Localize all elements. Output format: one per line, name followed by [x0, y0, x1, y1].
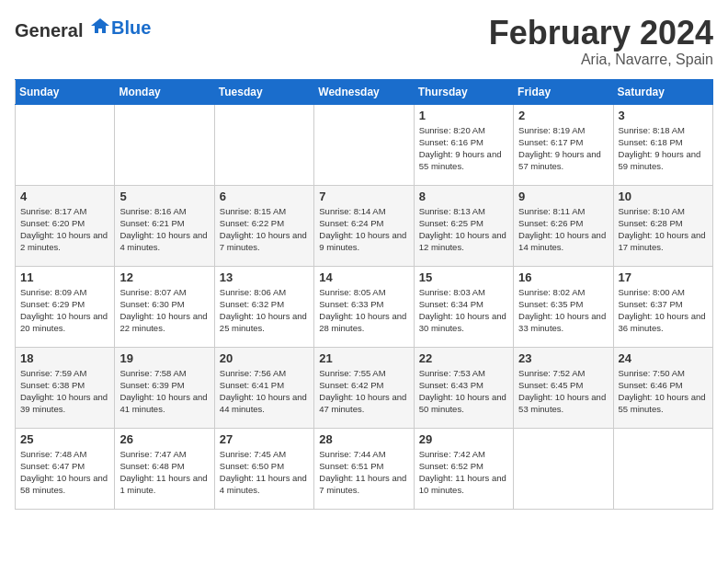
day-info: Sunrise: 8:17 AM Sunset: 6:20 PM Dayligh…: [20, 205, 109, 254]
day-info: Sunrise: 8:13 AM Sunset: 6:25 PM Dayligh…: [419, 205, 508, 254]
calendar-cell: 11Sunrise: 8:09 AM Sunset: 6:29 PM Dayli…: [16, 266, 115, 347]
calendar-cell: 9Sunrise: 8:11 AM Sunset: 6:26 PM Daylig…: [514, 185, 613, 266]
calendar-cell: [16, 104, 115, 185]
logo-icon: [89, 15, 111, 37]
page-header: General Blue February 2024 Aria, Navarre…: [15, 15, 713, 68]
day-number: 24: [619, 351, 708, 365]
day-number: 27: [220, 432, 309, 446]
calendar-week-row: 4Sunrise: 8:17 AM Sunset: 6:20 PM Daylig…: [16, 185, 713, 266]
day-info: Sunrise: 7:50 AM Sunset: 6:46 PM Dayligh…: [619, 367, 708, 416]
calendar-header-row: SundayMondayTuesdayWednesdayThursdayFrid…: [16, 79, 713, 104]
calendar-cell: 21Sunrise: 7:55 AM Sunset: 6:42 PM Dayli…: [314, 347, 414, 428]
day-number: 19: [119, 351, 209, 365]
calendar-cell: 14Sunrise: 8:05 AM Sunset: 6:33 PM Dayli…: [314, 266, 414, 347]
day-info: Sunrise: 8:00 AM Sunset: 6:37 PM Dayligh…: [619, 286, 708, 335]
day-info: Sunrise: 8:09 AM Sunset: 6:29 PM Dayligh…: [20, 286, 109, 335]
day-info: Sunrise: 7:44 AM Sunset: 6:51 PM Dayligh…: [319, 448, 408, 497]
header-day-thursday: Thursday: [414, 79, 513, 104]
calendar-cell: 2Sunrise: 8:19 AM Sunset: 6:17 PM Daylig…: [514, 104, 613, 185]
calendar-cell: 18Sunrise: 7:59 AM Sunset: 6:38 PM Dayli…: [16, 347, 115, 428]
day-number: 26: [119, 432, 209, 446]
day-info: Sunrise: 8:05 AM Sunset: 6:33 PM Dayligh…: [319, 286, 408, 335]
header-day-friday: Friday: [514, 79, 613, 104]
month-year-title: February 2024: [489, 15, 713, 52]
day-info: Sunrise: 8:10 AM Sunset: 6:28 PM Dayligh…: [619, 205, 708, 254]
calendar-cell: 4Sunrise: 8:17 AM Sunset: 6:20 PM Daylig…: [16, 185, 115, 266]
logo: General Blue: [15, 15, 151, 41]
calendar-cell: 13Sunrise: 8:06 AM Sunset: 6:32 PM Dayli…: [214, 266, 313, 347]
day-info: Sunrise: 8:19 AM Sunset: 6:17 PM Dayligh…: [518, 124, 608, 173]
calendar-week-row: 1Sunrise: 8:20 AM Sunset: 6:16 PM Daylig…: [16, 104, 713, 185]
day-number: 13: [220, 270, 309, 284]
day-info: Sunrise: 8:14 AM Sunset: 6:24 PM Dayligh…: [319, 205, 408, 254]
calendar-cell: 23Sunrise: 7:52 AM Sunset: 6:45 PM Dayli…: [514, 347, 613, 428]
day-number: 29: [419, 432, 508, 446]
calendar-week-row: 18Sunrise: 7:59 AM Sunset: 6:38 PM Dayli…: [16, 347, 713, 428]
day-number: 21: [319, 351, 408, 365]
calendar-cell: 3Sunrise: 8:18 AM Sunset: 6:18 PM Daylig…: [613, 104, 712, 185]
day-number: 11: [20, 270, 109, 284]
calendar-cell: 26Sunrise: 7:47 AM Sunset: 6:48 PM Dayli…: [115, 428, 214, 509]
day-number: 1: [419, 109, 508, 122]
day-number: 16: [518, 270, 608, 284]
calendar-cell: 10Sunrise: 8:10 AM Sunset: 6:28 PM Dayli…: [613, 185, 712, 266]
calendar-cell: 28Sunrise: 7:44 AM Sunset: 6:51 PM Dayli…: [314, 428, 414, 509]
title-area: February 2024 Aria, Navarre, Spain: [489, 15, 713, 68]
calendar-cell: 20Sunrise: 7:56 AM Sunset: 6:41 PM Dayli…: [214, 347, 313, 428]
day-number: 7: [319, 190, 408, 203]
calendar-cell: [613, 428, 712, 509]
day-number: 8: [419, 190, 508, 203]
day-number: 22: [419, 351, 508, 365]
calendar-cell: 25Sunrise: 7:48 AM Sunset: 6:47 PM Dayli…: [16, 428, 115, 509]
day-number: 2: [518, 109, 608, 122]
calendar-cell: 1Sunrise: 8:20 AM Sunset: 6:16 PM Daylig…: [414, 104, 513, 185]
day-number: 14: [319, 270, 408, 284]
day-info: Sunrise: 8:11 AM Sunset: 6:26 PM Dayligh…: [518, 205, 608, 254]
day-number: 10: [619, 190, 708, 203]
day-number: 5: [119, 190, 209, 203]
day-info: Sunrise: 8:02 AM Sunset: 6:35 PM Dayligh…: [518, 286, 608, 335]
day-number: 3: [619, 109, 708, 122]
calendar-cell: 17Sunrise: 8:00 AM Sunset: 6:37 PM Dayli…: [613, 266, 712, 347]
day-number: 28: [319, 432, 408, 446]
calendar-cell: [314, 104, 414, 185]
day-info: Sunrise: 7:59 AM Sunset: 6:38 PM Dayligh…: [20, 367, 109, 416]
day-info: Sunrise: 8:03 AM Sunset: 6:34 PM Dayligh…: [419, 286, 508, 335]
day-info: Sunrise: 7:55 AM Sunset: 6:42 PM Dayligh…: [319, 367, 408, 416]
day-number: 25: [20, 432, 109, 446]
day-info: Sunrise: 8:20 AM Sunset: 6:16 PM Dayligh…: [419, 124, 508, 173]
calendar-cell: 16Sunrise: 8:02 AM Sunset: 6:35 PM Dayli…: [514, 266, 613, 347]
calendar-cell: 22Sunrise: 7:53 AM Sunset: 6:43 PM Dayli…: [414, 347, 513, 428]
day-number: 15: [419, 270, 508, 284]
day-info: Sunrise: 7:48 AM Sunset: 6:47 PM Dayligh…: [20, 448, 109, 497]
day-info: Sunrise: 8:15 AM Sunset: 6:22 PM Dayligh…: [220, 205, 309, 254]
day-number: 12: [119, 270, 209, 284]
day-info: Sunrise: 7:52 AM Sunset: 6:45 PM Dayligh…: [518, 367, 608, 416]
day-info: Sunrise: 8:16 AM Sunset: 6:21 PM Dayligh…: [119, 205, 209, 254]
calendar-cell: [514, 428, 613, 509]
logo-blue: Blue: [111, 17, 151, 39]
day-info: Sunrise: 7:47 AM Sunset: 6:48 PM Dayligh…: [119, 448, 209, 497]
day-number: 9: [518, 190, 608, 203]
day-info: Sunrise: 7:58 AM Sunset: 6:39 PM Dayligh…: [119, 367, 209, 416]
day-number: 18: [20, 351, 109, 365]
day-number: 4: [20, 190, 109, 203]
calendar-table: SundayMondayTuesdayWednesdayThursdayFrid…: [15, 79, 713, 510]
calendar-week-row: 25Sunrise: 7:48 AM Sunset: 6:47 PM Dayli…: [16, 428, 713, 509]
calendar-cell: 15Sunrise: 8:03 AM Sunset: 6:34 PM Dayli…: [414, 266, 513, 347]
location-subtitle: Aria, Navarre, Spain: [489, 52, 713, 68]
day-info: Sunrise: 7:42 AM Sunset: 6:52 PM Dayligh…: [419, 448, 508, 497]
calendar-cell: 5Sunrise: 8:16 AM Sunset: 6:21 PM Daylig…: [115, 185, 214, 266]
calendar-cell: [115, 104, 214, 185]
day-number: 6: [220, 190, 309, 203]
calendar-cell: 24Sunrise: 7:50 AM Sunset: 6:46 PM Dayli…: [613, 347, 712, 428]
calendar-week-row: 11Sunrise: 8:09 AM Sunset: 6:29 PM Dayli…: [16, 266, 713, 347]
header-day-monday: Monday: [115, 79, 214, 104]
calendar-cell: 12Sunrise: 8:07 AM Sunset: 6:30 PM Dayli…: [115, 266, 214, 347]
logo-general: General: [15, 20, 83, 40]
calendar-cell: 19Sunrise: 7:58 AM Sunset: 6:39 PM Dayli…: [115, 347, 214, 428]
day-number: 17: [619, 270, 708, 284]
calendar-cell: 29Sunrise: 7:42 AM Sunset: 6:52 PM Dayli…: [414, 428, 513, 509]
day-info: Sunrise: 8:06 AM Sunset: 6:32 PM Dayligh…: [220, 286, 309, 335]
calendar-cell: [214, 104, 313, 185]
